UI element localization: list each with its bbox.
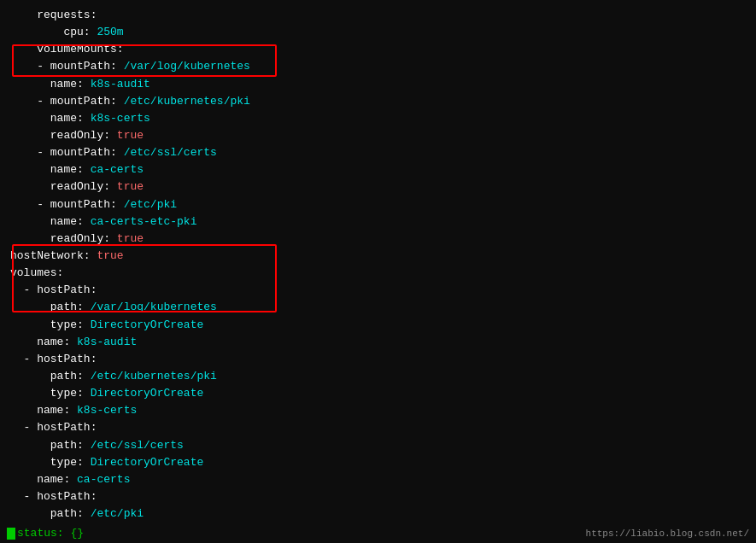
line-vol3-hostpath: - hostPath: (10, 419, 749, 436)
line-vol2-name: name: k8s-certs (10, 402, 749, 419)
line-mount1: - mountPath: /var/log/kubernetes (10, 58, 749, 75)
status-bar: status: {} https://liabio.blog.csdn.net/ (0, 523, 756, 543)
line-vol4-path: path: /etc/pki (10, 505, 749, 523)
line-volumemounts: volumeMounts: (10, 41, 749, 58)
line-name-cacerts: name: ca-certs (10, 161, 749, 178)
line-name-certs: name: k8s-certs (10, 110, 749, 127)
status-text: status: {} (17, 527, 84, 540)
line-mount4: - mountPath: /etc/pki (10, 196, 749, 213)
line-vol3-type: type: DirectoryOrCreate (10, 454, 749, 471)
line-vol2-path: path: /etc/kubernetes/pki (10, 368, 749, 385)
line-vol2-type: type: DirectoryOrCreate (10, 385, 749, 402)
line-vol1-path: path: /var/log/kubernetes (10, 299, 749, 316)
line-vol2-hostpath: - hostPath: (10, 351, 749, 368)
line-vol4-hostpath: - hostPath: (10, 488, 749, 505)
line-vol1-hostpath: - hostPath: (10, 282, 749, 299)
line-hostnetwork: hostNetwork: true (10, 248, 749, 265)
status-left: status: {} (7, 527, 84, 540)
line-requests: requests: (10, 7, 749, 24)
line-mount3: - mountPath: /etc/ssl/certs (10, 144, 749, 161)
line-name-audit: name: k8s-audit (10, 76, 749, 93)
line-vol3-name: name: ca-certs (10, 471, 749, 488)
url-text: https://liabio.blog.csdn.net/ (586, 528, 749, 539)
line-vol1-type: type: DirectoryOrCreate (10, 317, 749, 334)
line-volumes: volumes: (10, 265, 749, 282)
line-vol3-path: path: /etc/ssl/certs (10, 437, 749, 454)
line-vol1-name: name: k8s-audit (10, 334, 749, 351)
code-container: requests: cpu: 250m volumeMounts: - moun… (0, 0, 756, 543)
line-name-cacerts-pki: name: ca-certs-etc-pki (10, 213, 749, 231)
line-readonly3: readOnly: true (10, 231, 749, 248)
url-display: https://liabio.blog.csdn.net/ (586, 527, 749, 540)
line-cpu: cpu: 250m (10, 24, 749, 41)
line-mount2: - mountPath: /etc/kubernetes/pki (10, 93, 749, 110)
status-indicator (7, 528, 15, 540)
line-readonly2: readOnly: true (10, 178, 749, 196)
line-readonly1: readOnly: true (10, 127, 749, 144)
